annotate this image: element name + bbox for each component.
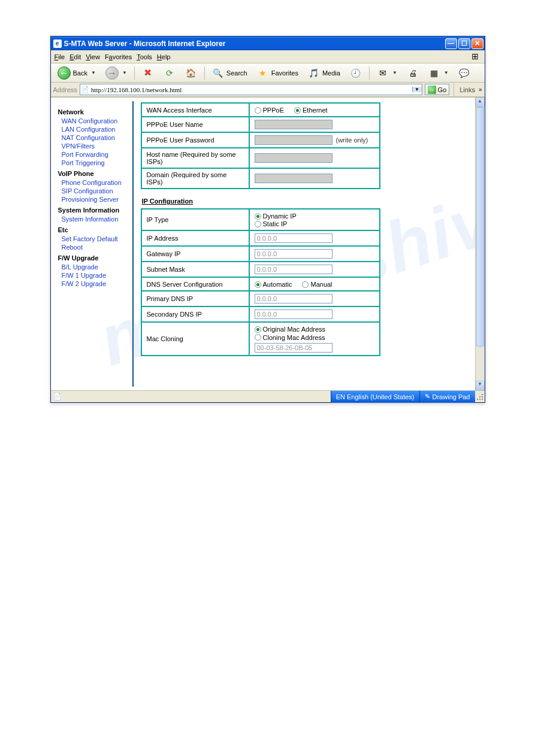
sidebar-link[interactable]: Port Triggering (62, 159, 132, 166)
sidebar-link[interactable]: Set Factory Default (62, 235, 132, 242)
vertical-scrollbar[interactable]: ▲ ▼ (475, 98, 485, 390)
menu-tools[interactable]: Tools (137, 53, 152, 60)
chevron-down-icon: ▼ (122, 70, 127, 75)
address-input-wrap[interactable]: 📄 ▼ (80, 84, 422, 95)
gateway-input[interactable] (255, 249, 333, 259)
sidebar-link[interactable]: Provisioning Server (62, 196, 132, 203)
search-icon: 🔍 (212, 67, 224, 79)
hostname-input[interactable] (255, 153, 333, 163)
page-status-icon: 📄 (53, 393, 62, 401)
sidebar-link[interactable]: Port Forwarding (62, 151, 132, 158)
print-button[interactable]: 🖨 (403, 65, 423, 81)
radio-static-ip[interactable] (255, 221, 261, 227)
sidebar-link[interactable]: NAT Configuration (62, 134, 132, 141)
sidebar-link[interactable]: F/W 2 Upgrade (62, 280, 132, 287)
media-button[interactable]: 🎵Media (304, 65, 344, 81)
favorites-button[interactable]: ★Favorites (253, 65, 303, 81)
sidebar-group-title: Network (58, 108, 132, 116)
pdns-label: Primary DNS IP (141, 291, 249, 306)
links-label[interactable]: Links (458, 86, 476, 93)
toolbar: ← Back ▼ → ▼ ✖ ⟳ 🏠 🔍Search ★Favorites 🎵M… (51, 63, 485, 83)
address-dropdown[interactable]: ▼ (412, 87, 422, 92)
pppoe-pass-label: PPPoE User Password (141, 132, 249, 148)
radio-ethernet[interactable] (294, 107, 301, 114)
scroll-up-button[interactable]: ▲ (476, 98, 485, 107)
sdns-label: Secondary DNS IP (141, 306, 249, 322)
maccloning-label: Mac Cloning (141, 322, 249, 355)
search-button[interactable]: 🔍Search (208, 65, 252, 81)
radio-clone-mac[interactable] (255, 334, 261, 341)
mail-button[interactable]: ✉▼ (373, 65, 401, 81)
menu-file[interactable]: File (55, 53, 65, 60)
sdns-input[interactable] (255, 309, 333, 319)
maximize-button[interactable]: ☐ (458, 38, 470, 49)
discuss-icon: 💬 (458, 67, 470, 79)
chevron-down-icon: ▼ (91, 70, 96, 75)
sidebar-link[interactable]: Reboot (62, 244, 132, 251)
radio-orig-mac[interactable] (255, 326, 261, 333)
discuss-button[interactable]: 💬 (454, 65, 474, 81)
history-icon: 🕘 (350, 67, 362, 79)
back-arrow-icon: ← (58, 66, 71, 80)
sidebar-link[interactable]: System Information (62, 215, 132, 223)
sidebar-link[interactable]: B/L Upgrade (62, 263, 132, 271)
address-input[interactable] (90, 86, 412, 93)
subnet-input[interactable] (255, 265, 333, 274)
chevron-right-icon[interactable]: » (479, 86, 482, 93)
hostname-label: Host name (Required by some ISPs) (141, 148, 249, 168)
minimize-button[interactable]: — (445, 38, 457, 49)
wan-access-label: WAN Access Interface (141, 103, 249, 117)
sidebar-link[interactable]: F/W 1 Upgrade (62, 272, 132, 279)
domain-label: Domain (Required by some ISPs) (141, 168, 249, 189)
radio-dns-manual[interactable] (302, 281, 309, 288)
browser-window: e S-MTA Web Server - Microsoft Internet … (50, 36, 485, 403)
scroll-down-button[interactable]: ▼ (476, 381, 485, 390)
menu-favorites[interactable]: Favorites (105, 53, 132, 60)
home-button[interactable]: 🏠 (181, 65, 201, 81)
home-icon: 🏠 (185, 67, 197, 79)
ip-config-heading: IP Configuration (142, 198, 469, 205)
dnscfg-label: DNS Server Configuration (141, 277, 249, 291)
pdns-input[interactable] (255, 294, 333, 303)
back-button[interactable]: ← Back ▼ (53, 65, 100, 81)
menubar: File Edit View Favorites Tools Help ⊞ (51, 50, 485, 63)
mac-input[interactable] (255, 343, 333, 353)
menu-view[interactable]: View (86, 53, 100, 60)
sidebar-link[interactable]: WAN Configuration (62, 117, 132, 125)
menu-edit[interactable]: Edit (69, 53, 81, 60)
language-indicator[interactable]: EN English (United States) (331, 391, 419, 403)
subnet-label: Subnet Mask (141, 262, 249, 277)
pppoe-user-label: PPPoE User Name (141, 117, 249, 132)
sidebar-link[interactable]: SIP Configuration (62, 187, 132, 195)
close-button[interactable]: ✕ (471, 38, 483, 49)
stop-button[interactable]: ✖ (138, 65, 158, 81)
statusbar: 📄 EN English (United States) ✎ Drawing P… (51, 390, 485, 402)
sidebar-link[interactable]: VPN/Filters (62, 142, 132, 150)
go-button[interactable]: → Go (425, 84, 450, 95)
menu-help[interactable]: Help (157, 53, 171, 60)
radio-pppoe[interactable] (255, 107, 261, 114)
resize-grip[interactable] (475, 392, 485, 402)
history-button[interactable]: 🕘 (346, 65, 366, 81)
iptype-label: IP Type (141, 209, 249, 230)
ip-config-table: IP Type Dynamic IP Static IP IP Address … (141, 208, 380, 356)
mail-icon: ✉ (377, 67, 389, 79)
ipaddr-input[interactable] (255, 233, 333, 243)
forward-button[interactable]: → ▼ (101, 65, 131, 81)
sidebar-link[interactable]: Phone Configuration (62, 179, 132, 186)
refresh-button[interactable]: ⟳ (159, 65, 180, 81)
sidebar-link[interactable]: LAN Configuration (62, 126, 132, 133)
ie-icon: e (53, 40, 62, 48)
radio-dynamic-ip[interactable] (255, 213, 261, 220)
forward-arrow-icon: → (105, 66, 119, 80)
radio-dns-auto[interactable] (255, 281, 261, 288)
edit-button[interactable]: ▦▼ (424, 65, 453, 81)
pppoe-pass-input[interactable] (255, 135, 333, 145)
pppoe-user-input[interactable] (255, 120, 333, 129)
scroll-thumb[interactable] (476, 107, 484, 347)
content-area: manualshive.com NetworkWAN Configuration… (51, 98, 475, 390)
domain-input[interactable] (255, 174, 333, 183)
drawing-pad[interactable]: ✎ Drawing Pad (419, 391, 475, 403)
windows-flag-icon: ⊞ (471, 51, 482, 62)
main-panel: WAN Access Interface PPPoE Ethernet PPPo… (141, 98, 475, 390)
